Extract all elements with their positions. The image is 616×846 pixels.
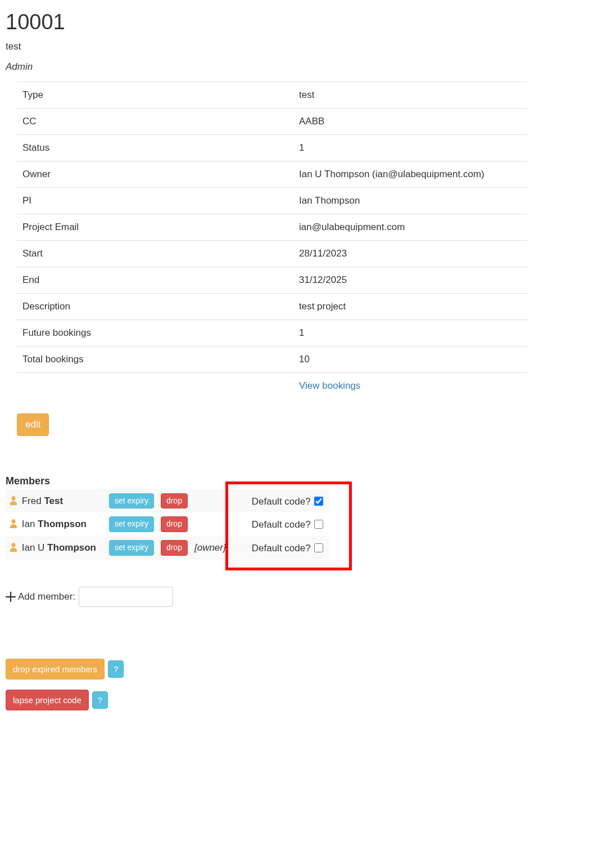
detail-value: 28/11/2023 [293, 241, 527, 267]
admin-label: Admin [6, 61, 610, 73]
members-heading: Members [6, 475, 610, 487]
view-bookings-link[interactable]: View bookings [299, 380, 360, 391]
person-icon [9, 496, 18, 505]
default-code-checkbox[interactable] [314, 520, 323, 529]
member-row: Ian U Thompsonset expirydrop[owner]Defau… [6, 536, 329, 560]
detail-value: test [293, 82, 527, 109]
add-member-row: Add member: [6, 587, 610, 607]
detail-value: test project [293, 294, 527, 320]
add-member-input[interactable] [79, 587, 173, 607]
detail-value: 1 [293, 320, 527, 346]
detail-value: ian@ulabequipment.com [293, 214, 527, 241]
detail-value: Ian Thompson [293, 188, 527, 214]
table-row: Start28/11/2023 [17, 241, 527, 267]
default-code-label: Default code? [252, 496, 311, 507]
table-row: Status1 [17, 135, 527, 161]
drop-member-button[interactable]: drop [161, 516, 188, 532]
default-code-cell: Default code? [229, 489, 330, 513]
default-code-label: Default code? [252, 519, 311, 530]
member-last-name: Test [44, 496, 63, 506]
add-member-label: Add member: [18, 591, 75, 602]
member-row: Ian Thompsonset expirydropDefault code? [6, 512, 329, 536]
drop-member-button[interactable]: drop [161, 540, 188, 556]
plus-icon [6, 592, 16, 602]
member-row: Fred Testset expirydropDefault code? [6, 489, 329, 513]
table-row: View bookings [17, 373, 527, 399]
default-code-cell: Default code? [229, 536, 330, 560]
table-row: Descriptiontest project [17, 294, 527, 320]
project-subtitle: test [6, 41, 610, 52]
person-icon [9, 543, 18, 552]
table-row: Project Emailian@ulabequipment.com [17, 214, 527, 241]
detail-value: AABB [293, 109, 527, 135]
owner-tag-cell [191, 489, 229, 513]
members-table: Fred Testset expirydropDefault code? Ian… [6, 489, 329, 560]
table-row: OwnerIan U Thompson (ian@ulabequipment.c… [17, 161, 527, 188]
table-row: End31/12/2025 [17, 267, 527, 294]
detail-value: Ian U Thompson (ian@ulabequipment.com) [293, 161, 527, 188]
member-first-name: Ian [22, 519, 35, 529]
detail-label: Future bookings [17, 320, 293, 346]
member-last-name: Thompson [38, 519, 87, 529]
edit-button[interactable]: edit [17, 413, 49, 436]
set-expiry-button[interactable]: set expiry [109, 540, 154, 556]
detail-label: Start [17, 241, 293, 267]
drop-expired-members-button[interactable]: drop expired members [6, 659, 105, 680]
detail-value: 10 [293, 346, 527, 373]
detail-label: Total bookings [17, 346, 293, 373]
owner-tag-cell: [owner] [191, 536, 229, 560]
owner-tag-cell [191, 512, 229, 536]
detail-label: Status [17, 135, 293, 161]
member-first-name: Ian U [22, 542, 45, 553]
detail-value: 31/12/2025 [293, 267, 527, 294]
detail-label: Project Email [17, 214, 293, 241]
project-details-table: TypetestCCAABBStatus1OwnerIan U Thompson… [17, 82, 527, 399]
lapse-help-button[interactable]: ? [92, 691, 108, 709]
detail-label: Description [17, 294, 293, 320]
table-row: Typetest [17, 82, 527, 109]
project-id-title: 10001 [6, 10, 610, 34]
detail-label: PI [17, 188, 293, 214]
member-name-cell: Ian Thompson [6, 512, 106, 536]
detail-label: CC [17, 109, 293, 135]
person-icon [9, 519, 18, 528]
default-code-checkbox[interactable] [314, 543, 323, 552]
set-expiry-button[interactable]: set expiry [109, 516, 154, 532]
member-first-name: Fred [22, 496, 42, 506]
detail-label: Owner [17, 161, 293, 188]
detail-label: End [17, 267, 293, 294]
detail-label: Type [17, 82, 293, 109]
member-last-name: Thompson [47, 542, 96, 553]
drop-member-button[interactable]: drop [161, 493, 188, 509]
table-row: Total bookings10 [17, 346, 527, 373]
default-code-cell: Default code? [229, 512, 330, 536]
table-row: Future bookings1 [17, 320, 527, 346]
detail-value: 1 [293, 135, 527, 161]
member-name-cell: Ian U Thompson [6, 536, 106, 560]
member-name-cell: Fred Test [6, 489, 106, 513]
table-row: PIIan Thompson [17, 188, 527, 214]
lapse-project-code-button[interactable]: lapse project code [6, 690, 89, 710]
drop-expired-help-button[interactable]: ? [108, 660, 124, 678]
set-expiry-button[interactable]: set expiry [109, 493, 154, 509]
default-code-label: Default code? [252, 543, 311, 554]
table-row: CCAABB [17, 109, 527, 135]
default-code-checkbox[interactable] [314, 497, 323, 506]
